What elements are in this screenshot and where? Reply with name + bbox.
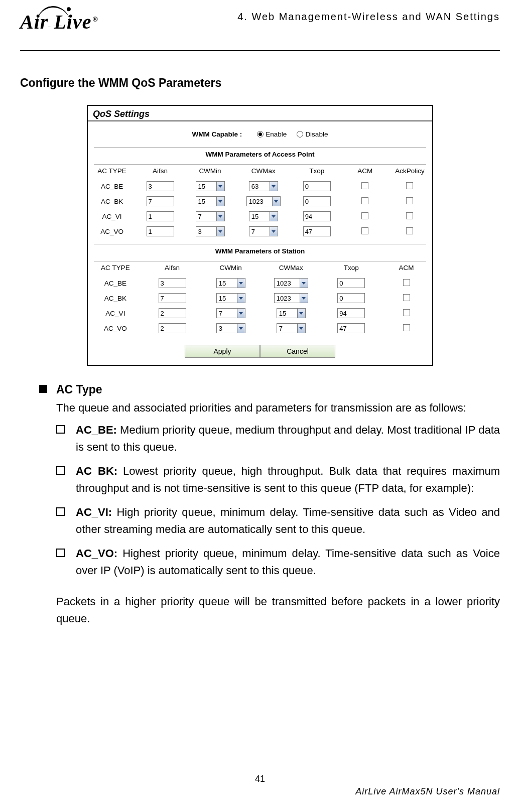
aifsn-input[interactable] (147, 211, 174, 221)
item-label: AC_BE: (76, 424, 117, 436)
txop-input[interactable] (337, 308, 365, 318)
checkbox[interactable] (403, 324, 410, 331)
checkbox[interactable] (361, 212, 368, 219)
select-dropdown[interactable]: 3 (196, 226, 225, 236)
select-dropdown[interactable]: 63 (249, 181, 278, 191)
checkbox[interactable] (406, 212, 413, 219)
aifsn-input[interactable] (159, 278, 186, 288)
select-dropdown[interactable]: 7 (196, 211, 225, 221)
list-item: AC_BK: Lowest priority queue, high throu… (56, 463, 500, 497)
item-text: Highest priority queue, minimum delay. T… (76, 547, 500, 577)
ac-type-cell: AC_VO (88, 321, 143, 336)
aifsn-input[interactable] (147, 181, 174, 191)
select-value: 7 (196, 212, 204, 221)
checkbox[interactable] (403, 279, 410, 286)
txop-input[interactable] (303, 226, 331, 236)
select-dropdown[interactable]: 3 (216, 323, 245, 333)
select-dropdown[interactable]: 15 (216, 293, 245, 303)
column-header: ACM (380, 261, 432, 276)
hollow-square-bullet-icon (56, 466, 65, 475)
column-header: CWMin (184, 165, 236, 179)
wmm-disable-radio[interactable]: Disable (297, 130, 328, 138)
select-dropdown[interactable]: 1023 (274, 293, 308, 303)
column-header: AC TYPE (88, 165, 136, 179)
chevron-down-icon (272, 197, 280, 206)
select-dropdown[interactable]: 15 (249, 211, 278, 221)
chevron-down-icon (237, 279, 245, 288)
column-header: Txop (291, 165, 343, 179)
chevron-down-icon (270, 212, 278, 221)
select-value: 7 (217, 309, 224, 318)
aifsn-input[interactable] (147, 226, 174, 236)
column-header: AC TYPE (88, 261, 143, 276)
select-value: 63 (249, 182, 261, 191)
section-title: Configure the WMM QoS Parameters (20, 76, 500, 90)
column-header: CWMin (201, 261, 260, 276)
hollow-square-bullet-icon (56, 549, 65, 557)
select-value: 1023 (275, 294, 293, 303)
select-dropdown[interactable]: 15 (216, 278, 245, 288)
select-value: 7 (277, 324, 285, 333)
select-dropdown[interactable]: 1023 (246, 196, 281, 206)
select-dropdown[interactable]: 7 (277, 323, 306, 333)
chevron-down-icon (216, 197, 224, 206)
checkbox[interactable] (403, 309, 410, 316)
aifsn-input[interactable] (159, 323, 186, 333)
select-value: 15 (196, 182, 207, 191)
ac-type-cell: AC_VI (88, 209, 136, 224)
aifsn-input[interactable] (159, 308, 186, 318)
txop-input[interactable] (303, 211, 331, 221)
checkbox[interactable] (361, 227, 368, 234)
chevron-down-icon (270, 182, 278, 191)
select-dropdown[interactable]: 15 (277, 308, 306, 318)
chevron-down-icon (237, 324, 245, 333)
closing-paragraph: Packets in a higher priority queue will … (56, 593, 500, 627)
txop-input[interactable] (337, 323, 365, 333)
select-dropdown[interactable]: 15 (196, 181, 225, 191)
txop-input[interactable] (303, 181, 331, 191)
txop-input[interactable] (337, 278, 365, 288)
item-label: AC_VO: (76, 547, 117, 560)
column-header: Aifsn (143, 261, 202, 276)
chevron-down-icon (216, 227, 224, 236)
table-row: AC_BE1563 (88, 179, 432, 194)
checkbox[interactable] (361, 197, 368, 204)
radio-icon (297, 131, 303, 138)
chevron-down-icon (216, 182, 224, 191)
ac-type-cell: AC_BK (88, 291, 143, 306)
checkbox[interactable] (406, 182, 413, 189)
ap-subtitle: WMM Parameters of Access Point (88, 148, 432, 164)
select-value: 3 (196, 227, 204, 236)
item-label: AC_VI: (76, 506, 112, 518)
select-dropdown[interactable]: 7 (249, 226, 278, 236)
table-row: AC_BK151023 (88, 194, 432, 209)
select-dropdown[interactable]: 1023 (274, 278, 308, 288)
select-dropdown[interactable]: 7 (216, 308, 245, 318)
list-item: AC_VI: High priority queue, minimum dela… (56, 504, 500, 538)
column-header: CWMax (260, 261, 322, 276)
column-header: AckPolicy (387, 165, 432, 179)
txop-input[interactable] (303, 196, 331, 206)
aifsn-input[interactable] (159, 293, 186, 303)
checkbox[interactable] (406, 227, 413, 234)
cancel-button[interactable]: Cancel (260, 345, 335, 358)
column-header: Txop (322, 261, 380, 276)
select-dropdown[interactable]: 15 (196, 196, 225, 206)
qos-panel-title: QoS Settings (88, 106, 432, 121)
select-value: 3 (217, 324, 224, 333)
hollow-square-bullet-icon (56, 425, 65, 434)
checkbox[interactable] (403, 294, 410, 301)
item-text: Lowest priority queue, high throughput. … (76, 465, 500, 494)
chapter-title: 4. Web Management-Wireless and WAN Setti… (237, 10, 500, 23)
chevron-down-icon (237, 309, 245, 318)
txop-input[interactable] (337, 293, 365, 303)
select-value: 15 (217, 294, 228, 303)
select-value: 15 (249, 212, 261, 221)
select-value: 15 (217, 279, 228, 288)
wmm-enable-radio[interactable]: Enable (257, 130, 287, 138)
apply-button[interactable]: Apply (185, 345, 260, 358)
select-value: 15 (196, 197, 207, 206)
checkbox[interactable] (406, 197, 413, 204)
checkbox[interactable] (361, 182, 368, 189)
aifsn-input[interactable] (147, 196, 174, 206)
